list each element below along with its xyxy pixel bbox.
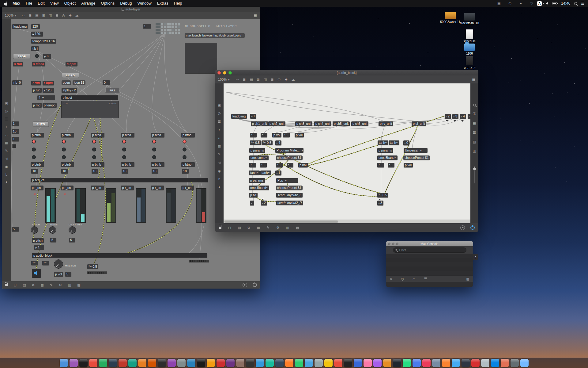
bang-button[interactable]: [35, 54, 39, 58]
subpatcher-p-pitch[interactable]: p pitch: [32, 238, 44, 243]
dock-app-icon[interactable]: [207, 359, 215, 367]
dock-app-icon[interactable]: [442, 359, 450, 367]
subpatcher-p-rnd[interactable]: p rnd: [32, 103, 42, 108]
times-object[interactable]: *~: [377, 163, 384, 167]
menu-item-window[interactable]: Window: [135, 0, 154, 7]
subpatcher-p-btna[interactable]: p btna: [91, 133, 104, 137]
dock-app-icon[interactable]: [334, 359, 342, 367]
desktop-icon-1106[interactable]: 1106: [459, 44, 480, 55]
times-object[interactable]: *~: [276, 163, 283, 167]
number-box[interactable]: 10: [152, 169, 158, 174]
preset-dropdown[interactable]: Pop: [276, 178, 298, 183]
number-box[interactable]: 2: [261, 201, 267, 205]
dock-app-icon[interactable]: [501, 359, 509, 367]
media-browser-icon[interactable]: ▦: [218, 144, 221, 148]
toggle-red[interactable]: [62, 140, 66, 144]
number-box[interactable]: 1: [143, 24, 151, 29]
multislider-bar[interactable]: [202, 212, 205, 222]
loop-message[interactable]: loop $1: [73, 80, 85, 85]
auto-button[interactable]: AUTO: [33, 121, 49, 127]
matrix-cell[interactable]: [178, 32, 180, 34]
warning-icon[interactable]: ⚠: [413, 277, 416, 281]
dock-app-icon[interactable]: [168, 359, 176, 367]
matrix-cell[interactable]: [161, 32, 163, 34]
multislider-bar[interactable]: [197, 189, 201, 222]
bang-button[interactable]: [152, 155, 156, 159]
desktop-icon-schedule[interactable]: schedule: [459, 29, 480, 43]
toggle-red[interactable]: [152, 140, 156, 144]
number-box[interactable]: 4: [460, 114, 466, 119]
matrix-icon[interactable]: ▩: [77, 283, 80, 287]
matrix-cell[interactable]: [169, 29, 172, 31]
times-object[interactable]: *~: [249, 163, 256, 167]
multislider-bar[interactable]: [47, 196, 50, 222]
dock-app-icon[interactable]: [324, 359, 333, 367]
dock-app-icon[interactable]: [315, 359, 323, 367]
matrix-cell[interactable]: [169, 23, 172, 25]
subpatcher-p-audio-block[interactable]: p audio_block: [32, 253, 207, 258]
loadbang-object[interactable]: loadbang: [231, 114, 247, 119]
matrix-cell[interactable]: [167, 32, 169, 34]
spotlight-search-icon[interactable]: [574, 2, 577, 5]
dock-app-icon[interactable]: [452, 359, 460, 367]
notifications-icon[interactable]: ♡: [530, 2, 533, 6]
subpatcher-p-vol[interactable]: p vol: [272, 133, 281, 137]
subpatcher-p-r-cn[interactable]: p r_cn: [181, 186, 194, 190]
number-box[interactable]: 10: [61, 169, 68, 174]
matrix-cell[interactable]: [158, 32, 160, 34]
subpatcher-p-run[interactable]: p run: [32, 88, 42, 93]
apple-menu-icon[interactable]: [4, 1, 8, 6]
subpatcher-p-btna[interactable]: p btna: [121, 133, 134, 137]
subpatcher-p-r-cn[interactable]: p r_cn: [151, 186, 164, 190]
pen-icon[interactable]: ✎: [50, 283, 53, 287]
menu-item-options[interactable]: Options: [98, 0, 117, 7]
subpatcher-p-bit[interactable]: p bit: [249, 193, 258, 197]
master-knob[interactable]: [54, 259, 63, 269]
dock-app-icon[interactable]: [354, 359, 362, 367]
mixer-icon[interactable]: ▥: [286, 226, 289, 230]
console-log-area[interactable]: [386, 254, 473, 276]
number-box[interactable]: 5: [12, 227, 19, 232]
dock-app-icon[interactable]: [422, 359, 431, 367]
menu-item-file[interactable]: File: [23, 0, 35, 7]
number-box[interactable]: 1: [12, 137, 19, 141]
pen-icon[interactable]: ✎: [267, 226, 270, 230]
times-object[interactable]: *~: [42, 261, 49, 265]
console-sidebar-toggle-icon[interactable]: ▦: [466, 277, 469, 281]
bang-button[interactable]: [32, 155, 36, 159]
matrix-cell[interactable]: [156, 23, 158, 25]
receive-object[interactable]: r b_0: [12, 80, 22, 85]
omx-comp-object[interactable]: omx.comp~: [249, 155, 269, 160]
subpatcher-p-vol[interactable]: p vol: [295, 133, 304, 137]
dock-app-icon[interactable]: [471, 359, 480, 367]
number-box[interactable]: 4: [275, 140, 281, 145]
number-box[interactable]: 10: [122, 169, 128, 174]
lock-icon[interactable]: [219, 227, 221, 229]
grid-icon[interactable]: ▦: [40, 283, 43, 287]
bang-button[interactable]: [92, 155, 96, 159]
snippets-icon[interactable]: ∷: [218, 136, 221, 140]
receive-run-object[interactable]: r run: [31, 81, 41, 85]
bang-button[interactable]: [32, 148, 36, 151]
matrix-cell[interactable]: [164, 26, 166, 28]
preset-dropdown[interactable]: Universal: [404, 148, 428, 153]
dock-app-icon[interactable]: [79, 359, 88, 367]
matrix-cell[interactable]: [172, 23, 174, 25]
dock-app-icon[interactable]: [128, 359, 137, 367]
tanh-object[interactable]: tanh~: [249, 171, 260, 175]
grid-icon[interactable]: ▦: [257, 226, 260, 230]
tanh-object[interactable]: tanh~: [378, 140, 388, 145]
subpatcher-p-params[interactable]: p params: [249, 148, 265, 153]
speaker-icon[interactable]: ◁: [218, 161, 221, 165]
dock-app-icon[interactable]: [158, 359, 166, 367]
midi-icon[interactable]: ♪: [218, 128, 220, 132]
history-icon[interactable]: ◷: [401, 277, 404, 281]
number-box[interactable]: 0: [403, 140, 409, 145]
menu-item-arrange[interactable]: Arrange: [78, 0, 98, 7]
choose-preset-message[interactable]: choosePreset $1: [403, 155, 430, 160]
menu-item-help[interactable]: Help: [171, 0, 185, 7]
subpatcher-p-params[interactable]: p params: [377, 148, 393, 153]
flonum-box[interactable]: 1.: [34, 245, 44, 250]
preset-dropdown[interactable]: Program Mate...: [275, 148, 303, 153]
bang-button[interactable]: [92, 148, 96, 151]
